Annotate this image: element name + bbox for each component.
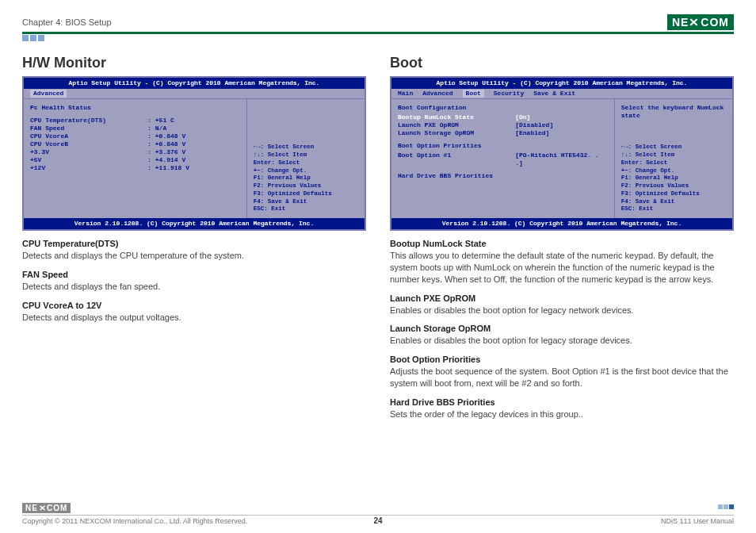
bios-titlebar: Aptio Setup Utility - (C) Copyright 2010…	[391, 78, 732, 89]
row-k: CPU VcoreB	[30, 140, 147, 148]
copyright-text: Copyright © 2011 NEXCOM International Co…	[22, 517, 247, 525]
boot-prio-header: Boot Option Priorities	[398, 142, 608, 150]
tab-main[interactable]: Main	[398, 90, 413, 98]
row-k: +12V	[30, 164, 147, 172]
row-k[interactable]: Boot Option #1	[398, 151, 515, 167]
row-k[interactable]: Bootup NumLock State	[398, 113, 515, 121]
bios-help: ←→: Select Screen ↑↓: Select Item Enter:…	[254, 144, 358, 213]
desc-text: Enables or disables the boot option for …	[390, 335, 734, 347]
row-v: : +0.848 V	[147, 132, 239, 140]
tab-boot[interactable]: Boot	[463, 90, 484, 98]
row-k: FAN Speed	[30, 125, 147, 132]
desc-text: Enables or disables the boot option for …	[390, 305, 734, 316]
row-v[interactable]: [Enabled]	[515, 129, 607, 137]
tab-advanced[interactable]: Advanced	[422, 90, 452, 98]
footer-logo: NE✕COM	[22, 503, 734, 513]
tab-security[interactable]: Security	[494, 90, 524, 98]
boot-bios-window: Aptio Setup Utility - (C) Copyright 2010…	[390, 76, 734, 231]
bios-help: ←→: Select Screen ↑↓: Select Item Enter:…	[621, 144, 726, 213]
desc-heading: CPU VcoreA to 12V	[22, 301, 366, 310]
row-k: +5V	[30, 156, 147, 164]
tab-save-exit[interactable]: Save & Exit	[533, 90, 575, 98]
row-v: : +11.918 V	[147, 164, 239, 172]
desc-heading: Launch PXE OpROM	[390, 293, 734, 303]
desc-heading: Bootup NumLock State	[390, 239, 734, 248]
chapter-label: Chapter 4: BIOS Setup	[22, 17, 112, 27]
header-accent-squares	[22, 35, 44, 41]
desc-heading: Boot Option Priorities	[390, 355, 734, 364]
bbs-link[interactable]: Hard Drive BBS Priorities	[398, 172, 608, 180]
desc-text: This allows you to determine the default…	[390, 250, 734, 286]
row-v: : +51 C	[147, 117, 239, 125]
row-v[interactable]: [PO-Hitachi HTE5432. . .]	[515, 151, 607, 167]
bios-context-help: Select the keyboard NumLock state	[621, 104, 726, 120]
row-v[interactable]: [On]	[515, 113, 607, 121]
row-k[interactable]: Launch PXE OpROM	[398, 121, 515, 129]
brand-logo: NE✕COM	[667, 14, 734, 30]
hw-monitor-title: H/W Monitor	[22, 55, 366, 71]
desc-text: Detects and displays the fan speed.	[22, 281, 366, 293]
tab-advanced[interactable]: Advanced	[30, 90, 67, 98]
pc-health-header: Pc Health Status	[30, 104, 240, 112]
boot-config-header: Boot Configuration	[398, 104, 608, 112]
bios-tabs: Advanced	[24, 89, 365, 99]
desc-text: Sets the order of the legacy devices in …	[390, 408, 734, 420]
page-number: 24	[373, 516, 382, 525]
desc-text: Adjusts the boot sequence of the system.…	[390, 366, 734, 389]
desc-text: Detects and displays the CPU temperature…	[22, 250, 366, 262]
row-v: : N/A	[147, 125, 239, 132]
bios-footer: Version 2.10.1208. (C) Copyright 2010 Am…	[24, 218, 365, 229]
hw-bios-window: Aptio Setup Utility - (C) Copyright 2010…	[22, 76, 366, 231]
row-k: CPU VcoreA	[30, 132, 147, 140]
row-v[interactable]: [Disabled]	[515, 121, 607, 129]
desc-heading: Hard Drive BBS Priorities	[390, 397, 734, 407]
row-k: +3.3V	[30, 148, 147, 156]
desc-text: Detects and displays the output voltages…	[22, 312, 366, 324]
row-v: : +3.376 V	[147, 148, 239, 156]
manual-name: NDiS 111 User Manual	[661, 517, 734, 525]
boot-title: Boot	[390, 55, 734, 71]
bios-tabs: Main Advanced Boot Security Save & Exit	[391, 89, 732, 99]
desc-heading: CPU Temperature(DTS)	[22, 239, 366, 248]
header-rule	[22, 32, 734, 34]
bios-footer: Version 2.10.1208. (C) Copyright 2010 Am…	[391, 218, 732, 229]
row-v: : +4.914 V	[147, 156, 239, 164]
desc-heading: Launch Storage OpROM	[390, 324, 734, 333]
row-k: CPU Temperature(DTS)	[30, 117, 147, 125]
row-v: : +0.848 V	[147, 140, 239, 148]
row-k[interactable]: Launch Storage OpROM	[398, 129, 515, 137]
bios-titlebar: Aptio Setup Utility - (C) Copyright 2010…	[24, 78, 365, 89]
desc-heading: FAN Speed	[22, 270, 366, 279]
